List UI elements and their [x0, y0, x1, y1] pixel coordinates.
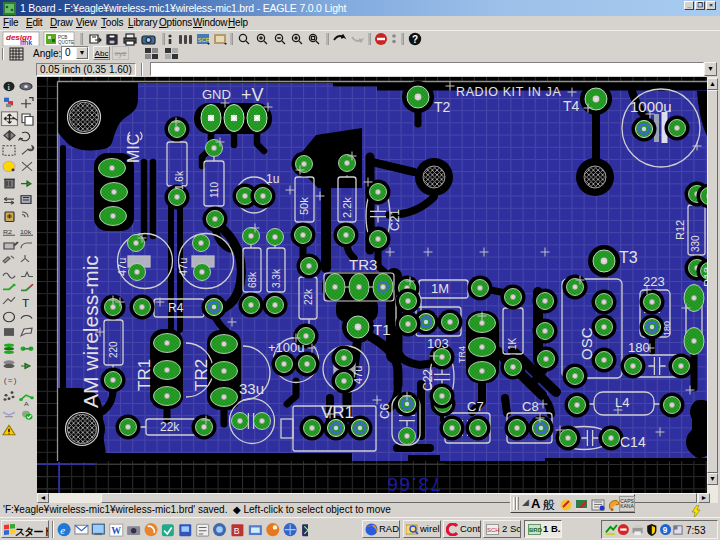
svg-text:C6: C6 [378, 403, 392, 419]
svg-text:T: T [22, 298, 30, 309]
svg-text:QUOTE: QUOTE [58, 40, 74, 45]
svg-text:68k: 68k [247, 271, 258, 288]
svg-text:+100u: +100u [268, 340, 305, 355]
svg-text:103: 103 [427, 336, 449, 351]
svg-text:TR3: TR3 [349, 256, 377, 273]
svg-text:TR2: TR2 [192, 359, 211, 391]
svg-text:C8: C8 [522, 399, 539, 414]
svg-text:50k: 50k [298, 197, 310, 215]
svg-text:R12: R12 [674, 220, 686, 240]
svg-text:T3: T3 [619, 249, 638, 266]
svg-text:330: 330 [690, 235, 701, 252]
svg-text:GND: GND [202, 87, 231, 102]
svg-text:T4: T4 [563, 98, 580, 114]
svg-text:T2: T2 [434, 99, 451, 115]
svg-text:T1: T1 [373, 321, 391, 338]
svg-text:1.6k: 1.6k [174, 170, 185, 190]
svg-text:1M: 1M [431, 281, 449, 296]
svg-text:TR4: TR4 [457, 346, 467, 363]
svg-text:W: W [111, 525, 121, 536]
svg-text:22k: 22k [160, 420, 180, 434]
svg-text:+V: +V [241, 85, 264, 105]
svg-text:A: A [24, 400, 29, 406]
svg-text:C14: C14 [620, 434, 646, 450]
svg-text:220: 220 [108, 341, 119, 358]
svg-text:R2: R2 [3, 228, 12, 234]
svg-text:(=): (=) [3, 378, 17, 385]
svg-text:e: e [60, 524, 65, 536]
svg-text:110: 110 [209, 182, 220, 198]
svg-text:?: ? [412, 34, 418, 45]
svg-text:AM wireless-mic: AM wireless-mic [79, 255, 102, 408]
svg-text:1u: 1u [266, 172, 279, 186]
svg-text:R4: R4 [168, 301, 184, 315]
svg-text:22k: 22k [303, 288, 314, 305]
svg-text:180: 180 [628, 340, 650, 355]
svg-text:3.3k: 3.3k [271, 268, 282, 288]
svg-text:OSC: OSC [578, 327, 595, 360]
svg-text:L4: L4 [615, 395, 629, 410]
svg-text:1K: 1K [507, 337, 518, 350]
svg-text:link: link [20, 39, 32, 46]
svg-text:SCR: SCR [198, 37, 211, 43]
svg-text:47u: 47u [116, 258, 128, 276]
svg-text:180: 180 [662, 321, 672, 336]
svg-text:73.66: 73.66 [386, 474, 441, 493]
svg-text:B: B [234, 526, 240, 536]
svg-text:RADIO KIT IN JA: RADIO KIT IN JA [456, 85, 561, 99]
svg-text:C7: C7 [467, 399, 484, 414]
svg-text:VR1: VR1 [321, 403, 354, 422]
svg-text:MIC: MIC [125, 134, 142, 163]
svg-text:47u: 47u [352, 366, 364, 384]
svg-text:10k: 10k [20, 228, 32, 234]
svg-text:1000u: 1000u [630, 98, 672, 115]
svg-text:TR1: TR1 [135, 359, 154, 391]
svg-text:9: 9 [663, 526, 668, 535]
svg-text:C21: C21 [388, 209, 402, 231]
svg-text:2.2k: 2.2k [341, 197, 353, 218]
svg-text:33u: 33u [239, 380, 264, 397]
svg-text:223: 223 [643, 274, 665, 289]
svg-text:47u: 47u [177, 258, 189, 276]
svg-text:C22: C22 [421, 369, 435, 391]
